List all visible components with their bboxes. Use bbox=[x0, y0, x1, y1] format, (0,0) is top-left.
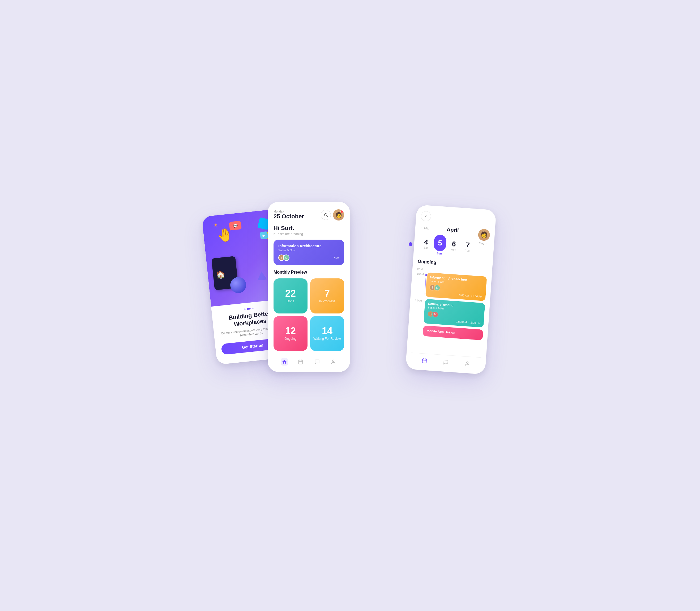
calendar-top: ← Mar April 4 Sat 5 Sun 6 bbox=[418, 224, 490, 262]
svg-line-1 bbox=[326, 216, 328, 217]
page-dots bbox=[244, 308, 253, 310]
nav-calendar[interactable] bbox=[297, 358, 304, 366]
illus-house: 🏠 bbox=[215, 270, 226, 279]
event-mobile-design[interactable]: Mobile App Design bbox=[423, 325, 483, 340]
next-month[interactable]: May → bbox=[477, 241, 489, 245]
day-4-num: 4 bbox=[424, 239, 428, 246]
deco-dot-purple bbox=[409, 242, 412, 246]
greeting-text: Hi Surf. bbox=[274, 225, 344, 232]
illus-star: ★ bbox=[213, 222, 218, 228]
time-label-mobile bbox=[413, 325, 422, 326]
day-7-label: Tue bbox=[465, 249, 470, 252]
bottom-nav bbox=[274, 355, 344, 368]
prev-month[interactable]: ← Mar bbox=[420, 226, 430, 230]
dot-2 bbox=[247, 308, 251, 310]
right-nav-profile[interactable] bbox=[463, 360, 471, 368]
stat-done-label: Done bbox=[287, 299, 294, 303]
phone-middle: Monday 25 October 🧑 Hi Surf. 5 Tasks are… bbox=[268, 202, 350, 372]
right-avatar-wrap: 🧑 May → bbox=[477, 229, 490, 245]
stat-progress-label: In Progress bbox=[319, 299, 335, 303]
cal-day-mon[interactable]: 6 Mon bbox=[447, 240, 461, 252]
nav-profile[interactable] bbox=[330, 358, 337, 366]
cal-day-sat[interactable]: 4 Sat bbox=[419, 238, 433, 250]
header-icons: 🧑 bbox=[321, 209, 344, 221]
tasks-pending: 5 Tasks are predning bbox=[274, 232, 344, 236]
time-row-11am: 11AM Software Testing Saber & Mike S M 1… bbox=[413, 298, 485, 328]
illus-play: ▶ bbox=[260, 232, 268, 240]
time-label-11am: 11AM bbox=[415, 298, 424, 302]
stat-ongoing-num: 12 bbox=[285, 326, 296, 336]
calendar-days-row: 4 Sat 5 Sun 6 Mon 7 Tue bbox=[418, 233, 475, 257]
right-avatar-face: 🧑 bbox=[478, 229, 490, 241]
calendar-section: ← Mar April 4 Sat 5 Sun 6 bbox=[418, 224, 476, 261]
middle-header-row: Monday 25 October 🧑 bbox=[274, 209, 344, 221]
event-3-title: Mobile App Design bbox=[426, 329, 479, 336]
stat-waiting[interactable]: 14 Waiting For Review bbox=[310, 316, 344, 351]
stat-ongoing[interactable]: 12 Ongoing bbox=[274, 316, 307, 351]
time-row-mobile: Mobile App Design bbox=[413, 325, 483, 340]
task-title: Information Architecture bbox=[278, 244, 339, 248]
day-6-num: 6 bbox=[452, 240, 456, 248]
illus-msg: 💬 bbox=[229, 221, 242, 230]
date-info: Monday 25 October bbox=[274, 210, 304, 220]
day-label: Monday bbox=[274, 210, 304, 213]
user-avatar[interactable]: 🧑 bbox=[333, 209, 344, 221]
stat-waiting-label: Waiting For Review bbox=[313, 337, 341, 341]
stat-ongoing-label: Ongoing bbox=[285, 337, 296, 341]
task-time: Now bbox=[334, 256, 339, 259]
dot-1 bbox=[244, 309, 246, 310]
event1-av2: O bbox=[434, 284, 441, 292]
timeline: 9AM 10AM Information Architecture Saber … bbox=[411, 267, 487, 358]
task-footer: S O Now bbox=[278, 254, 339, 261]
cal-day-sun-selected[interactable]: 5 Sun bbox=[432, 234, 447, 255]
stat-waiting-num: 14 bbox=[322, 326, 333, 336]
date-value: 25 October bbox=[274, 213, 304, 220]
month-name: April bbox=[429, 225, 476, 235]
cal-day-tue[interactable]: 7 Tue bbox=[461, 241, 475, 252]
right-phone-avatar[interactable]: 🧑 bbox=[478, 229, 490, 241]
task-card[interactable]: Information Architecture Saber & Oro S O… bbox=[274, 240, 344, 265]
right-nav-calendar[interactable] bbox=[420, 357, 428, 365]
event-software-test[interactable]: Software Testing Saber & Mike S M 11:00A… bbox=[424, 299, 485, 328]
stat-done-num: 22 bbox=[285, 289, 296, 298]
day-4-label: Sat bbox=[424, 246, 428, 249]
time-label-9am: 9AM bbox=[417, 267, 426, 271]
right-nav-chat[interactable] bbox=[442, 358, 450, 366]
nav-home[interactable] bbox=[281, 358, 288, 366]
back-button[interactable]: ‹ bbox=[421, 211, 431, 222]
stat-progress-num: 7 bbox=[324, 289, 330, 298]
day-7-num: 7 bbox=[466, 241, 470, 249]
event2-av2: M bbox=[432, 311, 439, 318]
day-5-num: 5 bbox=[433, 234, 447, 252]
dot-3 bbox=[252, 308, 254, 310]
svg-point-11 bbox=[467, 361, 469, 363]
avatar-2: O bbox=[283, 254, 289, 261]
illus-triangle bbox=[257, 271, 267, 281]
nav-chat[interactable] bbox=[313, 358, 321, 366]
right-content: ‹ ← Mar April 4 Sat 5 Sun bbox=[406, 205, 497, 374]
search-button[interactable] bbox=[321, 210, 331, 220]
day-6-label: Mon bbox=[451, 248, 456, 251]
svg-point-6 bbox=[333, 360, 334, 362]
task-avatars: S O bbox=[278, 254, 288, 261]
stats-grid: 22 Done 7 In Progress 12 Ongoing 14 Wait… bbox=[274, 279, 344, 351]
event-info-arch[interactable]: Information Architecture Saber & Oro S O… bbox=[425, 272, 487, 301]
scene: 🤚 🏠 ▶ ★ 💬 Building Better Workplaces Cre… bbox=[204, 197, 496, 414]
calendar-header: ← Mar April bbox=[420, 224, 476, 235]
stat-in-progress[interactable]: 7 In Progress bbox=[310, 279, 344, 313]
phone-right: ‹ ← Mar April 4 Sat 5 Sun bbox=[406, 205, 497, 374]
svg-line-10 bbox=[422, 360, 426, 360]
svg-rect-7 bbox=[422, 359, 426, 363]
task-subtitle: Saber & Oro bbox=[278, 249, 339, 252]
avatar-face: 🧑 bbox=[333, 209, 344, 221]
day-5-label: Sun bbox=[437, 252, 442, 255]
stat-done[interactable]: 22 Done bbox=[274, 279, 307, 313]
monthly-preview-title: Monthly Preview bbox=[274, 270, 344, 275]
middle-content: Monday 25 October 🧑 Hi Surf. 5 Tasks are… bbox=[268, 202, 350, 372]
svg-rect-2 bbox=[299, 360, 303, 364]
